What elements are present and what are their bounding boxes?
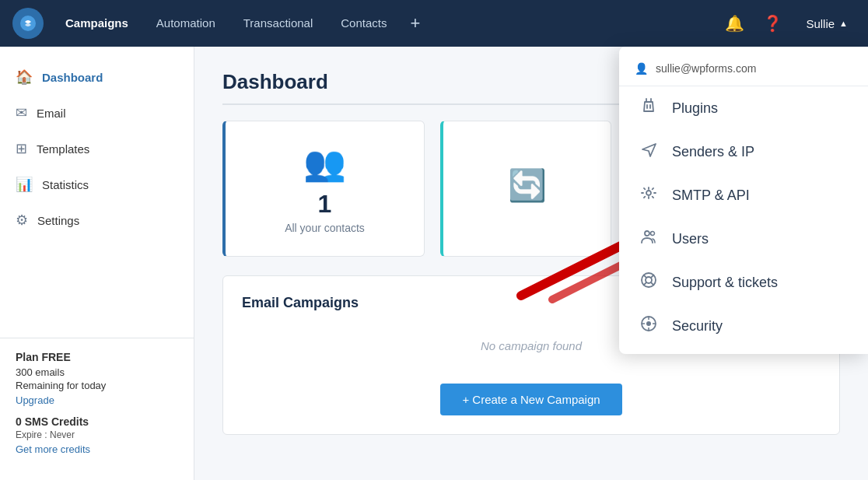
sidebar-item-statistics[interactable]: 📊 Statistics xyxy=(0,166,194,202)
sidebar-bottom-section: Plan FREE 300 emails Remaining for today… xyxy=(0,338,194,468)
nav-right-section: 🔔 ❓ Sullie ▲ xyxy=(722,11,856,36)
svg-point-8 xyxy=(646,321,651,326)
chevron-up-icon: ▲ xyxy=(839,19,848,28)
senders-label: Senders & IP xyxy=(672,144,754,160)
get-credits-link[interactable]: Get more credits xyxy=(16,443,90,455)
sidebar-item-templates[interactable]: ⊞ Templates xyxy=(0,131,194,166)
plugin-icon xyxy=(638,97,660,119)
senders-icon xyxy=(638,141,660,163)
bell-icon[interactable]: 🔔 xyxy=(722,11,747,36)
plan-remaining: Remaining for today xyxy=(16,380,178,391)
settings-icon: ⚙ xyxy=(16,212,28,229)
question-icon[interactable]: ❓ xyxy=(760,11,786,36)
nav-contacts[interactable]: Contacts xyxy=(328,10,399,37)
sms-title: 0 SMS Credits xyxy=(16,415,178,428)
plugins-label: Plugins xyxy=(672,100,718,117)
user-name-label: Sullie xyxy=(806,17,835,30)
contacts-count: 1 xyxy=(318,190,332,219)
dropdown-user-email: sullie@wpforms.com xyxy=(656,62,756,75)
create-campaign-button[interactable]: + Create a New Campaign xyxy=(440,384,621,415)
sidebar-dashboard-label: Dashboard xyxy=(42,71,103,84)
sidebar-item-settings[interactable]: ⚙ Settings xyxy=(0,202,194,238)
dropdown-item-plugins[interactable]: Plugins xyxy=(619,86,868,130)
sms-section: 0 SMS Credits Expire : Never Get more cr… xyxy=(16,415,178,455)
sidebar-settings-label: Settings xyxy=(37,214,79,227)
dropdown-item-support[interactable]: Support & tickets xyxy=(619,261,868,304)
sms-expire: Expire : Never xyxy=(16,429,178,440)
sidebar-templates-label: Templates xyxy=(37,142,89,156)
sidebar-item-dashboard[interactable]: 🏠 Dashboard xyxy=(0,59,194,95)
person-icon: 👤 xyxy=(635,62,648,75)
users-label: Users xyxy=(672,231,709,247)
sidebar-statistics-label: Statistics xyxy=(42,178,89,191)
nav-transactional[interactable]: Transactional xyxy=(231,10,326,37)
smtp-label: SMTP & API xyxy=(672,187,750,204)
security-label: Security xyxy=(672,318,723,335)
support-icon xyxy=(638,272,660,293)
svg-point-3 xyxy=(645,231,649,236)
templates-icon: ⊞ xyxy=(16,140,27,157)
contacts-stat-card: 👥 1 All your contacts xyxy=(222,121,425,257)
support-label: Support & tickets xyxy=(672,275,778,291)
user-dropdown-menu: 👤 sullie@wpforms.com Plugins Senders & I… xyxy=(619,47,868,354)
statistics-icon: 📊 xyxy=(16,176,33,193)
user-menu-button[interactable]: Sullie ▲ xyxy=(798,12,856,35)
dropdown-item-smtp[interactable]: SMTP & API xyxy=(619,173,868,217)
nav-automation[interactable]: Automation xyxy=(144,10,228,37)
svg-point-2 xyxy=(646,191,651,195)
nav-campaigns[interactable]: Campaigns xyxy=(53,10,141,37)
top-navigation: Campaigns Automation Transactional Conta… xyxy=(0,0,868,47)
dropdown-item-users[interactable]: Users xyxy=(619,217,868,261)
app-logo[interactable] xyxy=(12,8,44,39)
plan-emails: 300 emails xyxy=(16,366,178,378)
second-card-icon: 🔄 xyxy=(508,167,547,204)
svg-point-4 xyxy=(651,232,655,236)
upgrade-link[interactable]: Upgrade xyxy=(16,394,54,406)
sidebar-item-email[interactable]: ✉ Email xyxy=(0,95,194,131)
sidebar-email-label: Email xyxy=(37,107,66,120)
dropdown-item-security[interactable]: Security xyxy=(619,304,868,348)
sidebar: 🏠 Dashboard ✉ Email ⊞ Templates 📊 Statis… xyxy=(0,47,194,480)
email-icon: ✉ xyxy=(16,104,27,121)
nav-plus-button[interactable]: + xyxy=(402,10,428,37)
second-stat-card: 🔄 xyxy=(440,121,611,257)
security-icon xyxy=(638,315,660,337)
nav-links: Campaigns Automation Transactional Conta… xyxy=(53,10,722,37)
dropdown-user-row: 👤 sullie@wpforms.com xyxy=(619,53,868,86)
dashboard-icon: 🏠 xyxy=(16,68,33,86)
dropdown-item-senders[interactable]: Senders & IP xyxy=(619,130,868,173)
plan-title: Plan FREE xyxy=(16,351,178,363)
smtp-icon xyxy=(638,184,660,206)
contacts-card-label: All your contacts xyxy=(285,222,365,234)
users-icon xyxy=(638,228,660,250)
contacts-card-icon: 👥 xyxy=(303,143,346,184)
